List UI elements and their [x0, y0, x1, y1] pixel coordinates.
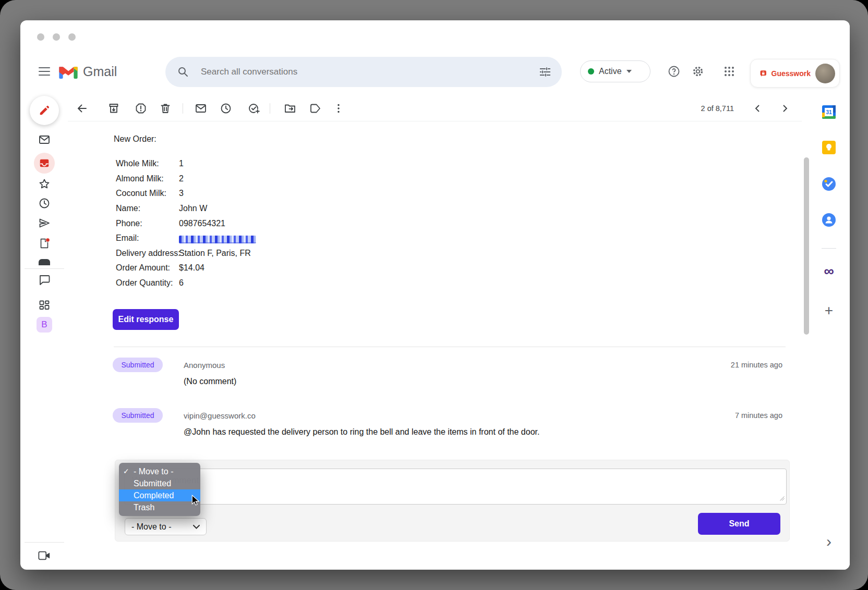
sidebar-item-snoozed[interactable] — [38, 197, 51, 210]
menu-option-completed[interactable]: Completed — [119, 489, 200, 501]
menu-option-submitted[interactable]: Submitted — [119, 477, 200, 489]
archive-button[interactable] — [107, 102, 120, 115]
trash-icon — [159, 102, 172, 115]
mark-unread-button[interactable] — [195, 102, 207, 115]
sidebar-bottom-divider — [25, 542, 64, 543]
back-to-inbox-button[interactable] — [76, 102, 88, 115]
labels-button[interactable] — [309, 102, 321, 115]
comment-timestamp: 21 minutes ago — [731, 361, 782, 369]
browser-window: Gmail Active Guesswork — [20, 20, 850, 570]
keep-app-button[interactable] — [822, 141, 836, 154]
field-label: Delivery address: — [116, 249, 180, 258]
search-input[interactable] — [200, 66, 533, 78]
close-window-button[interactable] — [37, 33, 44, 41]
sidebar-item-clipped-icon[interactable] — [39, 259, 50, 265]
help-button[interactable] — [665, 62, 683, 81]
send-button[interactable]: Send — [698, 513, 780, 535]
active-status-dot-icon — [588, 68, 594, 75]
field-label: Email: — [116, 233, 139, 243]
sidebar-item-mail[interactable] — [38, 133, 51, 146]
availability-status-dropdown[interactable]: Active — [580, 60, 650, 82]
field-label: Order Quantity: — [116, 278, 173, 288]
sidebar-item-meet[interactable] — [38, 549, 51, 562]
label-tag-icon — [309, 102, 321, 115]
calendar-app-button[interactable]: 31 — [822, 105, 836, 119]
comment-composer-panel: - Move to - Send — [115, 460, 790, 542]
field-label: Phone: — [116, 219, 142, 228]
field-value: $14.04 — [179, 263, 204, 273]
account-pill[interactable]: Guesswork — [750, 59, 840, 88]
right-side-panel: 31 ∞ + › — [811, 93, 850, 570]
email-comments-divider — [114, 347, 786, 347]
comment-input[interactable] — [124, 469, 787, 505]
field-value: Station F, Paris, FR — [179, 249, 251, 258]
search-options-tune-icon[interactable] — [533, 59, 558, 84]
add-to-tasks-button[interactable] — [248, 102, 260, 115]
titlebar — [20, 20, 850, 49]
older-email-button[interactable] — [777, 100, 793, 117]
collapse-panel-chevron[interactable]: › — [821, 534, 837, 549]
sidebar-divider — [25, 268, 64, 269]
help-icon — [668, 65, 680, 78]
more-options-button[interactable] — [332, 102, 345, 115]
account-brand-label: Guesswork — [771, 69, 811, 78]
side-panel-divider — [822, 248, 836, 249]
sidebar-item-starred[interactable] — [38, 178, 51, 190]
field-label: Name: — [116, 204, 140, 213]
content-scrollbar-thumb[interactable] — [804, 157, 809, 335]
field-value: 6 — [179, 278, 184, 288]
clock-icon — [38, 197, 51, 210]
sidebar-item-drafts[interactable] — [38, 237, 51, 250]
send-icon — [38, 217, 51, 229]
menu-option-move-to[interactable]: ✓- Move to - — [119, 465, 200, 477]
mail-icon — [38, 133, 51, 146]
redacted-email-link[interactable] — [179, 236, 256, 243]
hamburger-icon — [39, 67, 50, 76]
google-apps-button[interactable] — [720, 62, 739, 81]
field-value: 1 — [179, 159, 184, 168]
textarea-resize-handle[interactable] — [780, 496, 785, 501]
minimize-window-button[interactable] — [53, 33, 60, 41]
sidebar-item-sent[interactable] — [38, 217, 51, 229]
compose-button[interactable] — [30, 96, 59, 125]
move-to-select[interactable]: - Move to - — [125, 518, 207, 535]
get-addons-plus-button[interactable]: + — [821, 303, 837, 318]
spaces-grid-icon — [38, 299, 51, 311]
envelope-icon — [195, 102, 207, 115]
field-label: Whole Milk: — [116, 159, 159, 168]
sidebar-item-b-app[interactable]: B — [37, 317, 52, 333]
snooze-button[interactable] — [220, 102, 232, 115]
gmail-m-icon — [59, 65, 78, 79]
settings-button[interactable] — [689, 62, 707, 81]
select-chevron-down-icon — [193, 525, 200, 529]
google-keep-icon — [822, 141, 836, 154]
zoom-window-button[interactable] — [68, 33, 76, 41]
search-bar[interactable] — [165, 57, 562, 87]
field-value: 3 — [179, 189, 184, 198]
chevron-down-icon — [626, 70, 632, 73]
search-icon[interactable] — [171, 59, 196, 84]
tasks-app-button[interactable] — [822, 177, 836, 191]
chevron-left-icon — [753, 104, 762, 113]
video-camera-icon — [38, 550, 51, 561]
menu-option-trash[interactable]: Trash — [119, 501, 200, 513]
contacts-app-button[interactable] — [822, 213, 836, 227]
delete-button[interactable] — [159, 102, 172, 115]
newer-email-button[interactable] — [749, 100, 766, 117]
google-tasks-icon — [822, 177, 836, 191]
sidebar-item-chat[interactable] — [38, 274, 51, 286]
main-menu-hamburger[interactable] — [35, 62, 54, 81]
report-spam-button[interactable] — [135, 102, 147, 115]
move-to-button[interactable] — [284, 102, 296, 115]
user-avatar[interactable] — [815, 64, 835, 83]
addon-infinity-icon[interactable]: ∞ — [821, 263, 837, 279]
sidebar-item-inbox-active[interactable] — [34, 153, 55, 174]
report-spam-icon — [135, 102, 147, 115]
edit-response-button[interactable]: Edit response — [113, 309, 179, 330]
comment-timestamp: 7 minutes ago — [735, 411, 782, 420]
toolbar-divider — [183, 103, 183, 114]
sidebar-item-spaces[interactable] — [38, 299, 51, 311]
gmail-logo: Gmail — [59, 64, 117, 79]
comment-body: (No comment) — [184, 377, 236, 386]
toolbar-divider — [270, 103, 270, 114]
